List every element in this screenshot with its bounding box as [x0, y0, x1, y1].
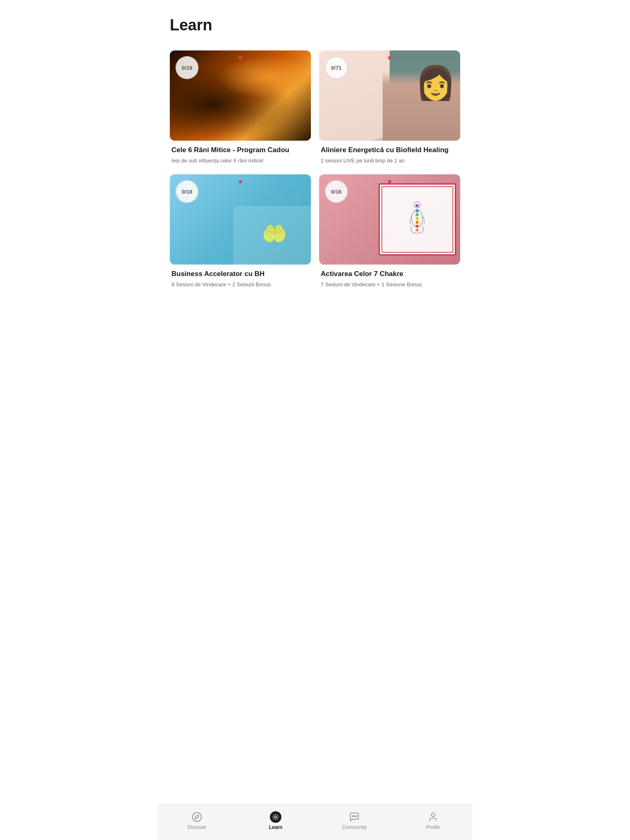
svg-point-7 [416, 225, 419, 228]
nav-item-discover[interactable]: Discover [158, 810, 236, 832]
card-subtitle-1: Ieși de sub influența celor 6 răni mitic… [171, 157, 309, 164]
card-subtitle-2: 2 sesiuni LIVE pe lună timp de 1 an [321, 157, 459, 164]
healing-person [383, 59, 460, 141]
nav-label-discover: Discover [187, 824, 207, 830]
progress-dot-3 [239, 180, 242, 183]
card-subtitle-4: 7 Sesiuni de Vindecare + 1 Sesiune Bonus [321, 281, 459, 288]
svg-point-12 [352, 816, 353, 817]
chakra-figure-container [379, 183, 456, 256]
svg-point-4 [416, 213, 419, 217]
card-info-4: Activarea Celor 7 Chakre 7 Sesiuni de Vi… [319, 265, 460, 290]
card-info-3: Business Accelerator cu BH 8 Sesiuni de … [170, 265, 311, 290]
card-title-3: Business Accelerator cu BH [171, 269, 309, 278]
course-card-1[interactable]: 0/19 Cele 6 Răni Mitice - Program Cadou … [166, 46, 315, 170]
community-icon [349, 811, 360, 823]
card-title-1: Cele 6 Răni Mitice - Program Cadou [171, 146, 309, 155]
progress-badge-4: 0/16 [325, 180, 348, 203]
page-header: Learn [158, 0, 472, 42]
progress-badge-3: 0/18 [176, 180, 199, 203]
course-card-3[interactable]: 0/18 Business Accelerator cu BH 8 Sesiun… [166, 170, 315, 294]
progress-dot-2 [388, 56, 391, 59]
svg-point-15 [431, 813, 435, 817]
progress-dot-4 [388, 180, 391, 183]
svg-point-5 [416, 217, 419, 220]
course-card-4[interactable]: 0/16 Activarea Celor 7 Chakre 7 Sesiuni … [315, 170, 464, 294]
svg-point-1 [412, 210, 423, 227]
svg-point-8 [416, 229, 419, 232]
nav-item-learn[interactable]: Learn [236, 810, 315, 832]
svg-point-14 [356, 816, 356, 817]
card-title-4: Activarea Celor 7 Chakre [321, 269, 459, 278]
progress-badge-2: 0/71 [325, 56, 348, 79]
card-info-2: Aliniere Energetică cu Biofield Healing … [319, 141, 460, 166]
nav-label-community: Community [342, 824, 367, 830]
profile-icon [427, 811, 439, 823]
svg-marker-10 [195, 815, 199, 819]
courses-grid: 0/19 Cele 6 Răni Mitice - Program Cadou … [158, 42, 472, 299]
progress-badge-1: 0/19 [176, 56, 199, 79]
light-hand [246, 211, 303, 256]
chakra-svg [407, 201, 427, 238]
svg-point-11 [275, 816, 276, 818]
svg-point-0 [414, 202, 420, 208]
course-thumbnail-3: 0/18 [170, 174, 311, 265]
card-title-2: Aliniere Energetică cu Biofield Healing [321, 146, 459, 155]
svg-point-9 [192, 813, 201, 822]
bottom-nav: Discover Learn Community [158, 804, 472, 840]
course-thumbnail-2: 0/71 [319, 50, 460, 141]
svg-point-13 [354, 816, 355, 817]
svg-point-2 [416, 204, 419, 208]
svg-point-6 [416, 221, 419, 224]
course-thumbnail-4: 0/16 [319, 174, 460, 265]
nav-item-profile[interactable]: Profile [394, 810, 472, 832]
card-subtitle-3: 8 Sesiuni de Vindecare + 2 Sesiuni Bonus [171, 281, 309, 288]
nav-label-profile: Profile [426, 824, 440, 830]
page-title: Learn [170, 16, 460, 34]
chakra-frame [379, 183, 456, 256]
nav-item-community[interactable]: Community [315, 810, 394, 832]
learn-icon [270, 811, 281, 823]
course-thumbnail-1: 0/19 [170, 50, 311, 141]
card-info-1: Cele 6 Răni Mitice - Program Cadou Ieși … [170, 141, 311, 166]
nav-label-learn: Learn [269, 824, 283, 830]
svg-point-3 [416, 209, 419, 212]
progress-dot-1 [239, 56, 242, 59]
compass-icon [191, 811, 203, 823]
course-card-2[interactable]: 0/71 Aliniere Energetică cu Biofield Hea… [315, 46, 464, 170]
